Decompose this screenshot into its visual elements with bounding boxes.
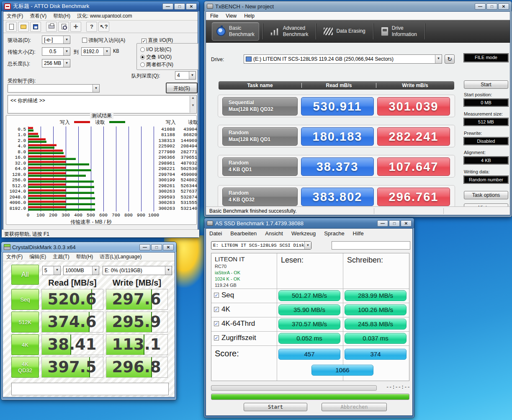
close-button[interactable]: ✕ — [401, 220, 412, 227]
task-options-button[interactable]: Task options — [464, 191, 508, 199]
radio-neither[interactable]: 两者都不(N) — [140, 61, 173, 68]
task-name-button[interactable]: Random4 KB QD1 — [222, 157, 298, 176]
radio-icon — [140, 47, 145, 52]
context-help-button[interactable]: ↖? — [98, 22, 109, 32]
minimize-button[interactable]: — — [377, 220, 388, 227]
print-preview-button[interactable] — [58, 22, 69, 32]
menu-sprache[interactable]: Sprache — [324, 230, 344, 237]
maximize-button[interactable]: □ — [151, 244, 162, 250]
writing-data-value[interactable]: Random number — [464, 176, 508, 183]
file-mode-indicator[interactable]: FILE mode — [464, 54, 508, 62]
checkbox-checked-icon[interactable]: ✓ — [214, 293, 219, 298]
status-message: Basic Benchmark finished successfully. — [206, 208, 374, 214]
atto-read-bar — [28, 180, 94, 183]
menu-help[interactable]: 帮助(H) — [53, 13, 70, 20]
radio-io-compare[interactable]: I/O 比较(C) — [140, 46, 171, 53]
asssd-start-button[interactable]: Start — [244, 403, 307, 411]
measurement-size-value[interactable]: 512 MB — [464, 118, 508, 126]
read-result: 370.57 MB/s — [278, 319, 340, 330]
drive-select[interactable]: (E:) LITEON IT SCS-128L9S 119.24 GB (250… — [244, 54, 442, 64]
tab-drive-information[interactable]: DriveInformation — [377, 23, 421, 40]
txbench-start-button[interactable]: Start — [464, 80, 508, 89]
drive-select[interactable]: E: LITEON IT SCS-128L9S SCSI Disk De▼ — [211, 241, 311, 250]
menu-help[interactable]: Help — [244, 13, 255, 19]
scrollbar[interactable]: ▲▼ — [190, 96, 196, 113]
total-length-select[interactable]: 256 MB▼ — [42, 59, 70, 67]
atto-read-bar — [28, 152, 64, 154]
refresh-button[interactable]: ↻ — [445, 54, 455, 64]
task-name-button[interactable]: SequentialMax(128 KB) QD32 — [222, 97, 298, 116]
queue-depth-select[interactable]: 4▼ — [175, 71, 196, 80]
controlled-by-select[interactable]: ▼ — [8, 84, 100, 93]
target-drive-select[interactable]: E: 0% (0/119GB)▼ — [103, 266, 172, 275]
name-field[interactable] — [332, 241, 410, 250]
menu-view[interactable]: View — [226, 13, 237, 19]
menu-datei[interactable]: Datei — [209, 230, 222, 237]
checkbox-checked-icon[interactable]: ✓ — [214, 307, 219, 312]
minimize-button[interactable]: — — [139, 244, 150, 250]
test-type-button[interactable]: 4K — [11, 334, 39, 355]
menu-language[interactable]: 语言(L)(Language) — [100, 253, 142, 260]
tab-basic-benchmark[interactable]: BasicBenchmark — [212, 22, 259, 41]
task-name-button[interactable]: RandomMax(128 KB) QD1 — [222, 127, 298, 146]
checkbox-checked-icon[interactable]: ✓ — [214, 335, 219, 340]
menu-file[interactable]: 文件(F) — [6, 253, 23, 260]
test-type-button[interactable]: Seq — [11, 289, 39, 310]
start-position-value[interactable]: 0 MB — [464, 99, 508, 106]
close-button[interactable]: ✕ — [498, 3, 509, 10]
crystaldiskmark-window: CrystalDiskMark 3.0.3 x64 — □ ✕ 文件(F) 编辑… — [1, 242, 177, 400]
test-count-select[interactable]: 5▼ — [42, 266, 61, 275]
test-size-select[interactable]: 1000MB▼ — [63, 266, 99, 275]
test-type-button[interactable]: 512K — [11, 312, 39, 332]
print-button[interactable] — [46, 22, 57, 32]
menu-hilfe[interactable]: Hilfe — [353, 230, 364, 237]
menu-help[interactable]: 帮助(H) — [76, 253, 93, 260]
radio-overlapped-io[interactable]: 交叠 I/O(O) — [140, 54, 172, 61]
maximize-button[interactable]: □ — [486, 3, 497, 10]
pan-button[interactable]: ✛ — [70, 22, 81, 32]
prewrite-value[interactable]: Disabled — [464, 137, 508, 145]
close-button[interactable]: ✕ — [186, 3, 197, 10]
menu-bearbeiten[interactable]: Bearbeiten — [230, 230, 257, 237]
cdm-write-value: 113.1 — [106, 335, 167, 355]
atto-write-value: 296366 — [154, 155, 175, 160]
transfer-to-select[interactable]: 8192.0▼ — [81, 47, 111, 56]
open-file-button[interactable] — [18, 22, 29, 32]
score-total: 1066 — [311, 365, 373, 376]
atto-read-bar — [28, 141, 46, 143]
help-button[interactable]: ? — [86, 22, 97, 32]
tab-advanced-benchmark[interactable]: AdvancedBenchmark — [266, 23, 313, 40]
save-button[interactable] — [30, 22, 41, 32]
read-column-header: 读取 — [177, 119, 198, 126]
asssd-cancel-button[interactable]: Abbrechen — [322, 403, 387, 411]
maximize-button[interactable]: □ — [174, 3, 185, 10]
minimize-button[interactable]: — — [162, 3, 173, 10]
new-file-button[interactable] — [6, 22, 17, 32]
menu-theme[interactable]: 主题(T) — [53, 253, 69, 260]
menu-ansicht[interactable]: Ansicht — [265, 230, 283, 237]
test-type-button[interactable]: 4KQD32 — [11, 357, 39, 378]
atto-write-bar — [28, 149, 63, 152]
drive-select[interactable]: [-e-]▼ — [42, 36, 70, 44]
menu-edit[interactable]: 编辑(E) — [29, 253, 46, 260]
task-name-button[interactable]: Random4 KB QD32 — [222, 188, 298, 206]
tab-data-erasing[interactable]: Data Erasing — [319, 25, 369, 38]
start-button[interactable]: 开始(S) — [166, 82, 198, 93]
drive-info-line: RC70 — [215, 263, 240, 270]
menu-file[interactable]: 文件(F) — [7, 13, 23, 20]
menu-file[interactable]: File — [210, 13, 218, 19]
transfer-from-select[interactable]: 0.5▼ — [42, 47, 70, 56]
write-header: Schreiben: — [347, 256, 383, 265]
menu-view[interactable]: 查看(V) — [30, 13, 46, 20]
txbench-task-row: RandomMax(128 KB) QD1180.183282.241 — [218, 125, 455, 147]
all-test-button[interactable]: All — [11, 265, 39, 285]
checkbox-checked-icon[interactable]: ✓ — [214, 321, 219, 326]
alignment-value[interactable]: 4 KB — [464, 157, 508, 164]
force-write-checkbox[interactable]: 强制写入访问(A) — [82, 37, 125, 44]
maximize-button[interactable]: □ — [389, 220, 400, 227]
close-button[interactable]: ✕ — [163, 244, 174, 250]
description-box[interactable]: << 你的描述 >> ▲▼ — [8, 95, 197, 113]
comment-box[interactable] — [11, 383, 169, 395]
minimize-button[interactable]: — — [475, 3, 486, 10]
menu-werkzeug[interactable]: Werkzeug — [291, 230, 316, 237]
